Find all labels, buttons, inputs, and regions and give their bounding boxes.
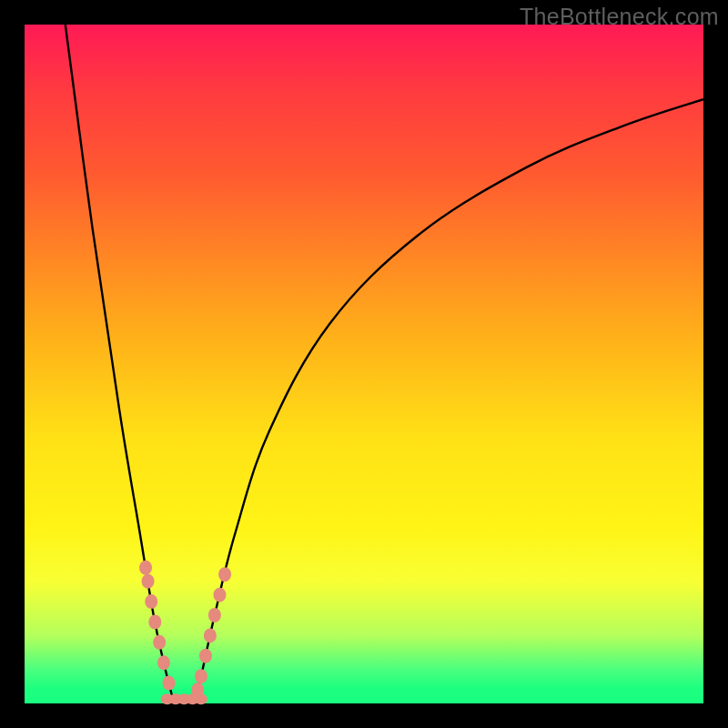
- highlight-dots: [139, 561, 231, 704]
- highlight-dot: [145, 594, 157, 609]
- highlight-dot: [163, 676, 176, 691]
- highlight-dot: [195, 669, 207, 683]
- highlight-dot: [213, 588, 226, 602]
- highlight-dot: [157, 655, 170, 670]
- curve-right-branch: [195, 99, 704, 703]
- plot-area: [25, 25, 703, 703]
- highlight-dot: [142, 574, 155, 589]
- highlight-dot: [191, 682, 204, 697]
- watermark-text: TheBottleneck.com: [520, 4, 719, 30]
- highlight-dot: [139, 561, 152, 575]
- highlight-dot: [208, 608, 221, 622]
- bottleneck-curve: [25, 25, 703, 703]
- highlight-dot: [218, 567, 231, 581]
- highlight-dot: [153, 635, 166, 650]
- highlight-dot: [204, 628, 217, 642]
- highlight-dot: [148, 614, 161, 629]
- highlight-dot: [199, 649, 212, 663]
- chart-frame: TheBottleneck.com: [0, 0, 728, 728]
